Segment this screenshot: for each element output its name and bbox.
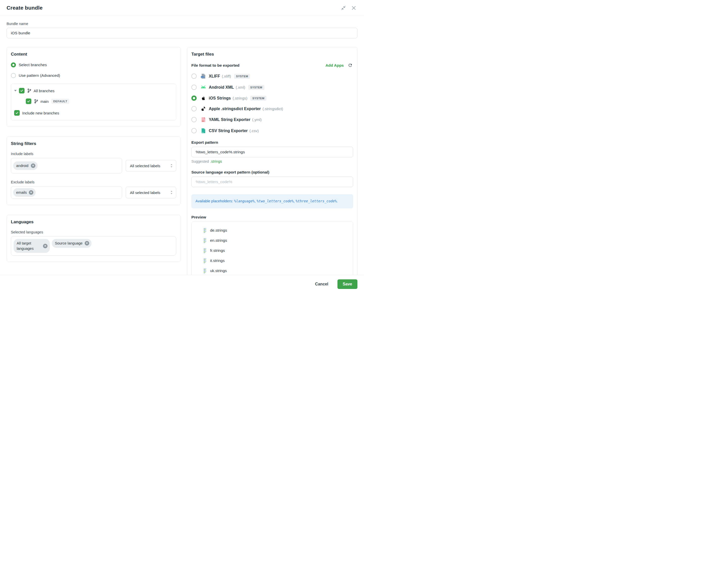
- strings-file-icon: [203, 228, 207, 233]
- format-option-ios-strings[interactable]: iOS Strings (.strings) SYSTEM: [191, 96, 353, 101]
- strings-file-icon: [203, 238, 207, 243]
- string-filters-heading: String filters: [11, 141, 176, 146]
- dialog-footer: Cancel Save: [0, 275, 364, 293]
- tree-row-all-branches: All branches: [14, 88, 173, 94]
- radio-use-pattern[interactable]: Use pattern (Advanced): [11, 73, 176, 78]
- bundle-name-input[interactable]: [6, 28, 357, 38]
- sort-arrows-icon: [170, 190, 173, 194]
- page-title: Create bundle: [6, 5, 337, 11]
- placeholders-info-box: Available placeholders: %language%, %two…: [191, 194, 353, 208]
- language-chip-source: Source language ✕: [52, 239, 92, 247]
- cancel-button[interactable]: Cancel: [313, 282, 330, 287]
- create-bundle-dialog: Create bundle Bundle name Content: [0, 0, 364, 286]
- remove-chip-icon[interactable]: ✕: [29, 190, 33, 195]
- export-pattern-label: Export pattern: [191, 140, 353, 145]
- system-badge: SYSTEM: [250, 96, 267, 101]
- default-badge: DEFAULT: [51, 99, 70, 104]
- svg-text:csv: csv: [202, 132, 204, 133]
- check-icon: [20, 89, 24, 92]
- content-heading: Content: [11, 52, 176, 57]
- preview-file-row: en.strings: [192, 235, 353, 245]
- file-format-label: File format to be exported: [191, 63, 325, 68]
- dialog-header: Create bundle: [0, 0, 364, 16]
- yaml-file-icon: YML: [200, 117, 206, 123]
- tree-row-include-new: Include new branches: [14, 110, 173, 116]
- selected-languages-label: Selected languages: [11, 230, 176, 234]
- system-badge: SYSTEM: [234, 74, 250, 79]
- export-pattern-input[interactable]: [191, 147, 353, 157]
- close-button[interactable]: [350, 4, 357, 11]
- csv-file-icon: csv: [200, 128, 206, 134]
- format-option-xliff[interactable]: XLIFF XLIFF (.xliff) SYSTEM: [191, 73, 353, 79]
- radio-select-branches-control[interactable]: [11, 62, 16, 68]
- exclude-labels-field[interactable]: emails ✕: [11, 186, 122, 199]
- radio-use-pattern-control[interactable]: [11, 73, 16, 78]
- preview-file-row: de.strings: [192, 225, 353, 235]
- remove-chip-icon[interactable]: ✕: [43, 244, 48, 248]
- strings-file-icon: [203, 258, 207, 263]
- preview-file-row: it.strings: [192, 256, 353, 266]
- include-new-branches-checkbox[interactable]: [14, 110, 20, 116]
- format-radio-ios-strings[interactable]: [191, 96, 197, 101]
- collapse-icon: [341, 5, 346, 10]
- add-apps-link[interactable]: Add Apps: [325, 63, 344, 68]
- format-option-android-xml[interactable]: Android XML (.xml) SYSTEM: [191, 84, 353, 90]
- collapse-button[interactable]: [340, 4, 347, 11]
- branch-icon: [34, 99, 39, 104]
- main-branch-label: main: [41, 99, 49, 104]
- selected-languages-field[interactable]: All target languages ✕ Source language ✕: [11, 236, 176, 256]
- bundle-name-label: Bundle name: [6, 22, 357, 26]
- format-radio-csv[interactable]: [191, 128, 197, 133]
- all-branches-label: All branches: [34, 89, 55, 93]
- language-chip-all-target: All target languages ✕: [14, 239, 50, 253]
- format-radio-yaml[interactable]: [191, 117, 197, 122]
- suggested-line: Suggested .strings: [191, 159, 353, 163]
- refresh-button[interactable]: [347, 62, 353, 68]
- format-radio-xliff[interactable]: [191, 74, 197, 79]
- apple-cursor-icon: [200, 106, 206, 111]
- preview-file-row: uk.strings: [192, 266, 353, 276]
- label-chip-emails: emails ✕: [13, 188, 36, 197]
- include-labels-mode-dropdown[interactable]: All selected labels: [126, 160, 176, 171]
- suggested-strings-link[interactable]: .strings: [210, 159, 222, 163]
- save-button[interactable]: Save: [337, 279, 357, 289]
- source-pattern-input[interactable]: [191, 177, 353, 187]
- format-radio-stringsdict[interactable]: [191, 106, 197, 111]
- format-option-csv[interactable]: csv CSV String Exporter (.csv): [191, 128, 353, 134]
- preview-box: de.strings en.strings fr.strings it: [191, 221, 353, 280]
- exclude-labels-label: Exclude labels: [11, 180, 176, 184]
- include-new-branches-label: Include new branches: [22, 111, 59, 115]
- remove-chip-icon[interactable]: ✕: [85, 241, 89, 245]
- format-radio-android-xml[interactable]: [191, 85, 197, 90]
- radio-select-branches[interactable]: Select branches: [11, 62, 176, 68]
- include-labels-label: Include labels: [11, 152, 176, 156]
- exclude-labels-mode-dropdown[interactable]: All selected labels: [126, 187, 176, 198]
- main-branch-checkbox[interactable]: [26, 99, 31, 104]
- target-files-section: Target files File format to be exported …: [187, 47, 357, 286]
- languages-section: Languages Selected languages All target …: [6, 215, 180, 262]
- preview-label: Preview: [191, 215, 353, 219]
- branches-tree: All branches main DEFAULT: [11, 84, 176, 121]
- check-icon: [15, 111, 19, 115]
- all-branches-checkbox[interactable]: [19, 88, 25, 94]
- dialog-body: Bundle name Content Select branches Use …: [0, 22, 364, 286]
- label-chip-android: android ✕: [13, 161, 37, 170]
- xliff-file-icon: XLIFF: [200, 73, 206, 79]
- strings-file-icon: [203, 268, 207, 273]
- system-badge: SYSTEM: [248, 85, 265, 90]
- content-section: Content Select branches Use pattern (Adv…: [6, 47, 180, 127]
- caret-down-icon[interactable]: [14, 90, 17, 91]
- svg-text:YML: YML: [202, 121, 204, 122]
- close-icon: [351, 5, 356, 10]
- strings-file-icon: [203, 248, 207, 254]
- remove-chip-icon[interactable]: ✕: [31, 163, 35, 168]
- languages-heading: Languages: [11, 219, 176, 224]
- check-icon: [27, 100, 30, 103]
- target-files-heading: Target files: [191, 52, 353, 57]
- svg-text:XLIFF: XLIFF: [201, 76, 205, 78]
- refresh-icon: [348, 63, 353, 68]
- format-option-yaml[interactable]: YML YAML String Exporter (.yml): [191, 117, 353, 123]
- include-labels-field[interactable]: android ✕: [11, 158, 122, 174]
- sort-arrows-icon: [170, 164, 173, 168]
- format-option-stringsdict[interactable]: Apple .stringsdict Exporter (.stringsdic…: [191, 106, 353, 111]
